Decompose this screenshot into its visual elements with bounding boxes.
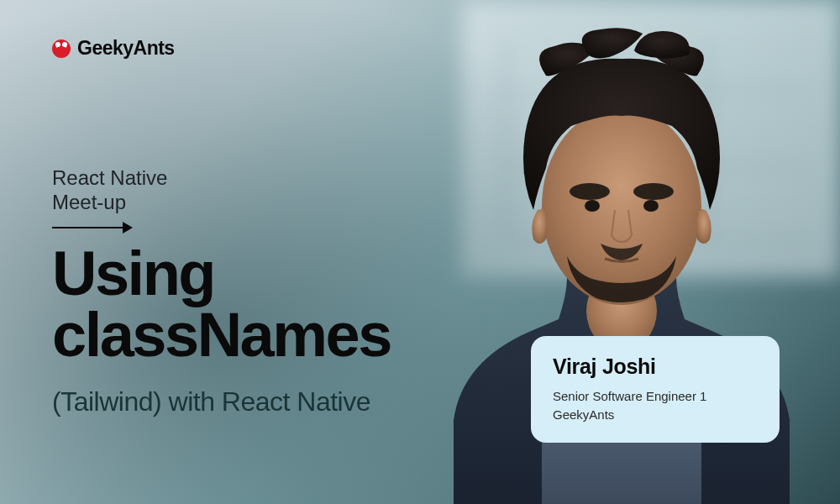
headline-line-2: classNames [52, 305, 391, 366]
speaker-card: Viraj Joshi Senior Software Engineer 1 G… [531, 336, 780, 443]
svg-point-5 [643, 200, 659, 212]
arrow-icon [52, 222, 133, 234]
svg-point-1 [542, 107, 701, 305]
brand-logo-text: GeekyAnts [77, 37, 175, 60]
brand-logo-icon [52, 39, 71, 58]
brand-logo: GeekyAnts [52, 37, 175, 60]
eyebrow-label: React Native Meet-up [52, 166, 167, 215]
subheadline: (Tailwind) with React Native [52, 386, 370, 417]
speaker-role: Senior Software Engineer 1 GeekyAnts [553, 387, 759, 424]
svg-point-4 [585, 200, 600, 212]
svg-point-2 [570, 183, 610, 200]
speaker-name: Viraj Joshi [553, 354, 759, 379]
eyebrow-line-1: React Native [52, 166, 167, 191]
headline: Using classNames [52, 244, 391, 365]
eyebrow-line-2: Meet-up [52, 191, 167, 215]
speaker-role-line-2: GeekyAnts [553, 406, 759, 424]
headline-line-1: Using [52, 244, 391, 305]
svg-point-3 [633, 183, 674, 200]
speaker-role-line-1: Senior Software Engineer 1 [553, 387, 759, 406]
